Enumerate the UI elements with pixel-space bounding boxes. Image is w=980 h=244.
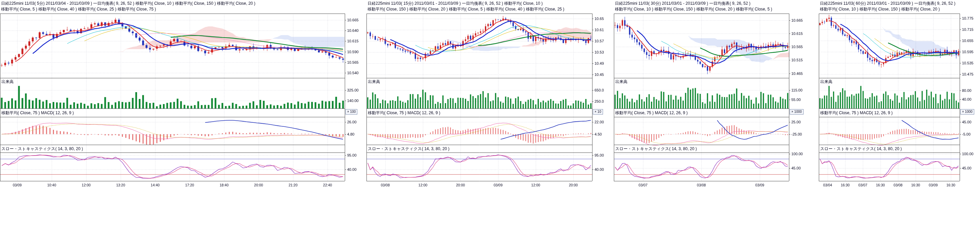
price-axis-label: 10.57: [595, 39, 604, 43]
x-axis-label: 10:40: [44, 183, 59, 187]
macd-section-label: 移動平均( Close, 75 ) MACD( 12, 26, 9 ): [2, 110, 74, 116]
volume-axis-label: 115.00: [791, 88, 803, 92]
chart-header-line1: 日経225mini 11/03( 5分) 2011/03/04 - 2011/0…: [1, 1, 345, 6]
chart-plot-canvas[interactable]: [0, 0, 365, 190]
volume-scale-badge: × 1000: [960, 109, 974, 114]
volume-axis-label: 55.00: [791, 98, 801, 102]
price-axis-label: 10.665: [791, 18, 803, 22]
stoch-axis-label: 95.00: [595, 153, 604, 157]
macd-axis-label: -5.00: [962, 132, 970, 136]
macd-axis-label: 4.80: [347, 132, 354, 136]
chart-header-line1: 日経225mini 11/03( 15分) 2011/03/01 - 2011/…: [368, 1, 592, 6]
x-axis-label: 21:20: [285, 183, 301, 187]
stoch-section-label: スロー・ストキャスティクス( 14, 3, 80, 20 ): [2, 146, 83, 152]
price-axis-label: 10.540: [347, 71, 359, 75]
price-axis-label: 10.565: [347, 60, 359, 64]
x-axis-label: 13:20: [113, 183, 129, 187]
stoch-axis-label: 40.00: [347, 167, 356, 171]
stoch-section-label: スロー・ストキャスティクス( 14, 3, 80, 20 ): [368, 146, 449, 152]
macd-axis-label: -25.00: [791, 132, 802, 136]
chart-header-line2: 移動平均( Close, 10 ) 移動平均( Close, 150 ) 移動平…: [820, 6, 960, 12]
chart-panel: 日経225mini 11/03( 5分) 2011/03/04 - 2011/0…: [0, 0, 365, 190]
chart-header-line2: 移動平均( Close, 10 ) 移動平均( Close, 150 ) 移動平…: [615, 6, 789, 12]
chart-header-line1: 日経225mini 11/03( 60分) 2011/03/01 - 2011/…: [820, 1, 960, 6]
macd-axis-label: 45.00: [962, 120, 972, 124]
chart-header-line2: 移動平均( Close, 5 ) 移動平均( Close, 40 ) 移動平均(…: [1, 6, 345, 12]
macd-axis-label: 4.50: [595, 132, 601, 136]
chart-workspace: 日経225mini 11/03( 5分) 2011/03/04 - 2011/0…: [0, 0, 980, 244]
price-axis-label: 10.655: [962, 39, 974, 43]
stoch-section-label: スロー・ストキャスティクス( 14, 3, 80, 20 ): [615, 146, 697, 152]
x-axis-label: 03/08: [694, 183, 709, 187]
stoch-axis-label: 100.00: [791, 152, 803, 156]
chart-panel: 日経225mini 11/03( 15分) 2011/03/01 - 2011/…: [366, 0, 612, 190]
chart-panel: 日経225mini 11/03( 30分) 2011/03/01 - 2011/…: [614, 0, 809, 190]
x-axis-label: 22:40: [320, 183, 335, 187]
price-axis-label: 10.665: [347, 18, 359, 22]
x-axis-label: 18:40: [216, 183, 232, 187]
x-axis-label: 17:20: [182, 183, 197, 187]
stoch-axis-label: 45.00: [791, 166, 801, 170]
volume-axis-label: 140.00: [347, 98, 359, 103]
stoch-axis-label: 45.00: [962, 166, 972, 170]
price-axis-label: 10.615: [347, 39, 359, 43]
macd-axis-label: 22.00: [595, 120, 604, 124]
x-axis-label: 03/08: [890, 183, 906, 187]
x-axis-label: 03/07: [855, 183, 871, 187]
volume-scale-badge: × 10: [593, 109, 603, 114]
macd-section-label: 移動平均( Close, 75 ) MACD( 12, 26, 9 ): [368, 110, 440, 116]
price-axis-label: 10.640: [347, 29, 359, 33]
price-axis-label: 10.590: [347, 50, 359, 54]
price-axis-label: 10.615: [791, 32, 803, 36]
x-axis-label: 16:30: [908, 183, 923, 187]
volume-scale-badge: × 100: [345, 109, 357, 114]
price-axis-label: 10.515: [791, 58, 803, 62]
macd-section-label: 移動平均( Close, 75 ) MACD( 12, 26, 9 ): [820, 110, 892, 116]
x-axis-label: 03/07: [635, 183, 651, 187]
volume-axis-label: 250.0: [595, 99, 604, 103]
price-axis-label: 10.53: [595, 50, 604, 54]
volume-axis-label: 80.00: [962, 89, 972, 92]
chart-plot-canvas[interactable]: [819, 0, 980, 190]
x-axis-label: 03/09: [752, 183, 768, 187]
price-axis-label: 10.715: [962, 27, 974, 32]
price-axis-label: 10.45: [595, 73, 604, 77]
chart-plot-canvas[interactable]: [366, 0, 612, 190]
x-axis-label: 20:00: [566, 183, 581, 187]
stoch-axis-label: 100.00: [962, 152, 974, 156]
price-axis-label: 10.475: [962, 72, 974, 76]
x-axis-label: 16:30: [873, 183, 888, 187]
volume-section-label: 出来高: [2, 79, 14, 85]
x-axis-label: 03/09: [490, 183, 506, 187]
chart-plot-canvas[interactable]: [614, 0, 809, 190]
x-axis-label: 12:00: [415, 183, 431, 187]
volume-section-label: 出来高: [615, 79, 627, 85]
x-axis-label: 03/08: [377, 183, 393, 187]
stoch-axis-label: 40.00: [595, 167, 604, 171]
x-axis-label: 03/09: [925, 183, 941, 187]
x-axis-label: 12:00: [78, 183, 94, 187]
volume-axis-label: 40.00: [962, 97, 972, 101]
price-axis-label: 10.535: [962, 61, 974, 65]
volume-axis-label: 650.0: [595, 88, 604, 92]
chart-header-line1: 日経225mini 11/03( 30分) 2011/03/01 - 2011/…: [615, 1, 789, 6]
x-axis-label: 03/09: [10, 183, 25, 187]
x-axis-label: 03/04: [820, 183, 835, 187]
price-axis-label: 10.595: [962, 50, 974, 54]
stoch-axis-label: 95.00: [347, 153, 356, 157]
chart-header-line2: 移動平均( Close, 150 ) 移動平均( Close, 20 ) 移動平…: [368, 6, 592, 12]
chart-panel: 日経225mini 11/03( 60分) 2011/03/01 - 2011/…: [819, 0, 980, 190]
x-axis-label: 16:30: [943, 183, 959, 187]
price-axis-label: 10.775: [962, 16, 974, 21]
stoch-section-label: スロー・ストキャスティクス( 14, 3, 80, 20 ): [820, 146, 902, 152]
volume-scale-badge: × 1000: [790, 109, 803, 114]
macd-section-label: 移動平均( Close, 75 ) MACD( 12, 26, 9 ): [615, 110, 687, 116]
macd-axis-label: 26.00: [347, 120, 356, 124]
price-axis-label: 10.61: [595, 28, 604, 32]
x-axis-label: 12:00: [528, 183, 544, 187]
price-axis-label: 10.65: [595, 17, 604, 21]
x-axis-label: 16:30: [837, 183, 853, 187]
price-axis-label: 10.49: [595, 61, 604, 65]
volume-section-label: 出来高: [820, 79, 832, 85]
price-axis-label: 10.465: [791, 71, 803, 76]
